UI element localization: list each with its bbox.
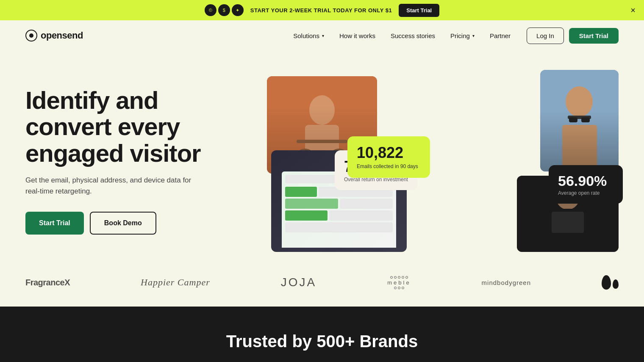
stat-emails-number: 10,822 <box>357 144 421 162</box>
svg-rect-10 <box>568 116 591 119</box>
banner-text: START YOUR 2-WEEK TRIAL TODAY FOR ONLY $… <box>250 7 392 14</box>
screen-bar-green-2 <box>285 199 338 209</box>
banner-close-button[interactable]: × <box>630 6 636 14</box>
stat-open-rate-number: 56.90% <box>558 173 613 189</box>
nav-links: Solutions ▾ How it works Success stories… <box>287 29 516 43</box>
nav-link-solutions[interactable]: Solutions ▾ <box>287 29 330 43</box>
svg-point-1 <box>29 33 33 38</box>
trusted-title: Trusted by 500+ Brands <box>25 332 619 351</box>
banner-icon-3: ✦ <box>232 4 244 16</box>
brands-strip: FragranceX Happier Camper JOJA meble min… <box>0 263 644 307</box>
chevron-down-icon: ▾ <box>472 33 475 38</box>
drop-large <box>602 275 611 290</box>
screen-bar-green-3 <box>285 210 328 221</box>
nav-cta-group: Log In Start Trial <box>527 28 619 44</box>
brand-meble: meble <box>387 276 411 289</box>
login-button[interactable]: Log In <box>527 28 564 44</box>
meble-dot-2 <box>394 276 397 279</box>
nav-link-how-it-works[interactable]: How it works <box>333 29 381 43</box>
banner-icon-2: $ <box>218 4 230 16</box>
logo[interactable]: opensend <box>25 30 83 41</box>
brand-drops-icon <box>602 275 619 290</box>
svg-rect-13 <box>562 125 597 171</box>
drop-small <box>613 279 619 289</box>
meble-dot-8 <box>402 287 404 289</box>
banner-icon-1: © <box>205 4 217 16</box>
banner-icons: © $ ✦ <box>205 4 244 16</box>
screen-row-group-4 <box>285 222 393 232</box>
brand-meble-text: meble <box>387 279 411 286</box>
svg-rect-5 <box>297 140 347 143</box>
trusted-section: Trusted by 500+ Brands <box>0 307 644 362</box>
svg-rect-12 <box>581 117 590 122</box>
meble-dot-3 <box>398 276 400 279</box>
stat-emails-label: Emails collected in 90 days <box>357 163 421 170</box>
hero-subtitle: Get the email, physical address, and dev… <box>25 175 203 196</box>
start-trial-nav-button[interactable]: Start Trial <box>569 28 619 44</box>
screen-bar-full <box>285 222 393 232</box>
stat-emails-card: 10,822 Emails collected in 90 days <box>347 136 430 178</box>
screen-row-group-3 <box>285 210 393 221</box>
svg-point-9 <box>566 86 593 117</box>
top-banner: © $ ✦ START YOUR 2-WEEK TRIAL TODAY FOR … <box>0 0 644 20</box>
banner-cta-button[interactable]: Start Trial <box>399 4 439 17</box>
svg-rect-11 <box>569 117 577 122</box>
logo-icon <box>25 30 37 41</box>
nav-link-pricing[interactable]: Pricing ▾ <box>444 29 480 43</box>
man-sunglasses-svg <box>540 70 619 171</box>
hero-image-man-sunglasses <box>540 70 619 171</box>
navbar: opensend Solutions ▾ How it works Succes… <box>0 20 644 51</box>
meble-dot-1 <box>390 276 393 279</box>
start-trial-hero-button[interactable]: Start Trial <box>25 212 84 235</box>
chevron-down-icon: ▾ <box>322 33 324 38</box>
screen-bar-gray-3 <box>329 210 393 221</box>
nav-link-partner[interactable]: Partner <box>484 29 516 43</box>
meble-dot-6 <box>394 287 397 289</box>
stat-open-rate-card: 56.90% Average open rate <box>549 165 623 204</box>
meble-dots <box>390 276 408 279</box>
book-demo-button[interactable]: Book Demo <box>90 212 156 235</box>
svg-point-3 <box>309 95 335 125</box>
brand-mindbodygreen: mindbodygreen <box>482 279 531 286</box>
screen-bar-green <box>285 187 317 197</box>
meble-dot-5 <box>405 276 408 279</box>
nav-link-success-stories[interactable]: Success stories <box>385 29 441 43</box>
logo-text: opensend <box>41 30 83 41</box>
brand-joja: JOJA <box>281 276 316 289</box>
hero-section: Identify and convert every engaged visit… <box>0 51 644 263</box>
brand-happier-camper: Happier Camper <box>141 277 210 288</box>
meble-dot-4 <box>402 276 404 279</box>
hero-buttons: Start Trial Book Demo <box>25 212 246 235</box>
screen-bar-gray-2 <box>340 199 393 209</box>
meble-dot-7 <box>398 287 400 289</box>
screen-row-group-2 <box>285 199 393 209</box>
brand-fragrancex: FragranceX <box>25 278 70 287</box>
hero-visuals: 7.3X ROI Overall return on investment 56… <box>263 70 619 252</box>
hero-left: Identify and convert every engaged visit… <box>25 87 246 235</box>
svg-rect-17 <box>552 212 584 233</box>
hero-title: Identify and convert every engaged visit… <box>25 87 246 167</box>
svg-rect-8 <box>540 70 619 171</box>
meble-dots-bottom <box>394 287 404 289</box>
stat-open-rate-label: Average open rate <box>558 190 613 196</box>
